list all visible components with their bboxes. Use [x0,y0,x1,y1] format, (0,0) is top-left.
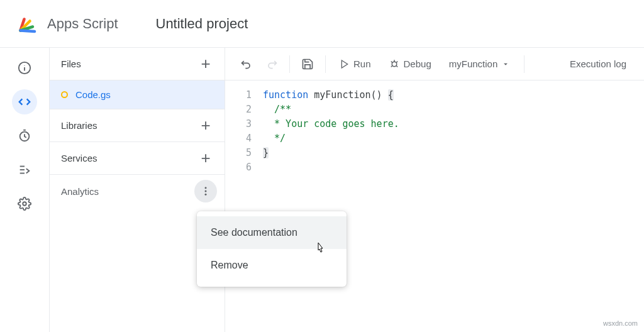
dropdown-icon [501,60,510,69]
run-button[interactable]: Run [333,54,377,74]
svg-marker-19 [504,63,508,65]
nav-overview[interactable] [12,55,37,80]
save-button[interactable] [297,54,318,74]
nav-executions[interactable] [12,157,37,182]
nav-triggers[interactable] [12,123,37,148]
files-sidebar: Files + Code.gs Libraries + Services + A… [49,48,225,332]
editor-toolbar: Run Debug myFunction Execution log [225,48,644,80]
svg-line-16 [396,61,397,62]
files-section-header: Files + [50,48,225,80]
project-title[interactable]: Untitled project [156,16,248,32]
bug-icon [389,58,400,70]
separator [524,55,525,73]
svg-line-17 [391,65,392,67]
code-content[interactable]: function myFunction() { /** * Your code … [263,88,644,332]
debug-button[interactable]: Debug [382,54,438,74]
code-editor[interactable]: 1 2 3 4 5 6 function myFunction() { /** … [225,80,644,332]
file-item-code[interactable]: Code.gs [50,80,225,109]
apps-script-logo [16,13,38,35]
file-name-label: Code.gs [75,89,111,100]
services-label: Services [61,153,97,163]
svg-point-11 [205,194,207,196]
nav-editor[interactable] [12,89,37,114]
svg-point-8 [23,202,26,206]
analytics-more-button[interactable] [194,180,217,202]
separator [325,55,326,73]
nav-settings[interactable] [12,191,37,216]
watermark: wsxdn.com [603,319,638,327]
svg-point-10 [205,191,207,192]
services-section-header: Services + [50,142,225,175]
execution-log-button[interactable]: Execution log [564,54,633,74]
files-label: Files [61,58,81,69]
analytics-label: Analytics [61,186,99,197]
file-status-icon [61,91,68,98]
add-service-button[interactable]: + [194,147,217,170]
cursor-pointer-icon [314,241,327,257]
svg-marker-12 [341,60,347,68]
libraries-section-header: Libraries + [50,109,225,142]
add-file-button[interactable]: + [194,53,217,75]
more-vert-icon [200,185,211,197]
service-item-analytics[interactable]: Analytics [50,175,225,208]
undo-button[interactable] [236,54,257,74]
function-selector[interactable]: myFunction [443,54,517,74]
libraries-label: Libraries [61,120,97,131]
main-area: Run Debug myFunction Execution log 1 2 3… [225,48,644,332]
line-gutter: 1 2 3 4 5 6 [225,88,263,332]
add-library-button[interactable]: + [194,114,217,137]
separator [289,55,290,73]
play-icon [340,59,350,69]
svg-line-15 [391,61,392,62]
app-header: Apps Script Untitled project [0,0,644,48]
app-name-label: Apps Script [47,16,118,32]
redo-button[interactable] [262,54,282,74]
nav-rail [0,48,49,332]
svg-line-18 [396,65,397,67]
svg-point-9 [205,187,207,189]
